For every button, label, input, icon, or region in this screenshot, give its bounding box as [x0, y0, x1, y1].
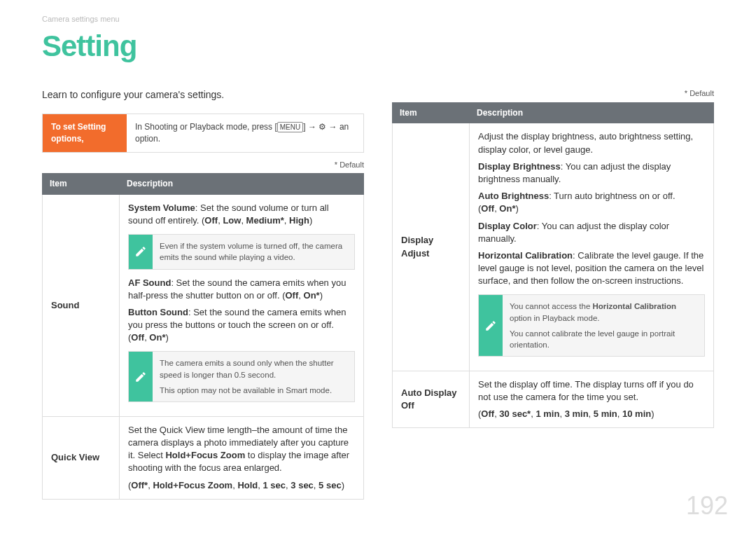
t: ) [320, 290, 323, 301]
t: ) [515, 203, 518, 214]
t: Off [481, 408, 494, 419]
desc-display-adjust: Adjust the display brightness, auto brig… [470, 123, 714, 371]
th-desc: Description [120, 174, 364, 195]
table-row: Quick View Set the Quick View time lengt… [43, 416, 364, 499]
t: ) [309, 215, 312, 226]
note-text: Even if the system volume is turned off,… [153, 235, 354, 268]
t: , [589, 408, 594, 419]
t: The camera emits a sound only when the s… [160, 357, 347, 380]
t: option in Playback mode. [510, 314, 600, 322]
pen-icon [129, 352, 153, 401]
t: , [258, 480, 262, 490]
t: ) [165, 332, 168, 343]
t: On* [149, 332, 165, 343]
gear-icon: ⚙ [318, 121, 326, 133]
t: Adjust the display brightness, auto brig… [478, 130, 705, 156]
t: ) [651, 408, 654, 419]
desc-sound: System Volume: Set the sound volume or t… [120, 194, 364, 416]
pen-icon [129, 235, 153, 268]
t: On* [499, 203, 515, 214]
default-note-right: * Default [392, 88, 714, 99]
menu-button-icon: MENU [277, 122, 303, 132]
desc-auto-display-off: Set the display off time. The display tu… [470, 371, 714, 428]
t: , [559, 408, 564, 419]
t: Horizontal Calibration [478, 250, 573, 261]
t: Set the display off time. The display tu… [478, 378, 705, 404]
t: Off [204, 215, 218, 226]
t: High [289, 215, 309, 226]
t: 3 sec [290, 480, 314, 490]
page-title: Setting [42, 26, 714, 67]
t: Auto Brightness [478, 191, 549, 201]
t: Off* [131, 480, 148, 490]
pen-icon [479, 295, 503, 355]
t: 1 sec [263, 480, 286, 490]
left-column: Learn to configure your camera's setting… [42, 88, 364, 500]
page-number: 192 [686, 488, 728, 523]
t: This option may not be available in Smar… [160, 385, 347, 396]
t: ) [342, 480, 344, 490]
instruction-label: To set Setting options, [43, 114, 127, 152]
right-column: * Default Item Description Display Adjus… [392, 88, 714, 500]
th-desc: Description [470, 102, 714, 123]
th-item: Item [393, 102, 470, 123]
item-auto-display-off: Auto Display Off [393, 371, 470, 428]
t: Hold+Focus Zoom [153, 480, 232, 490]
t: Off [131, 332, 144, 343]
t: System Volume [128, 202, 195, 213]
t: : Turn auto brightness on or off. [549, 191, 675, 201]
settings-table-left: Item Description Sound System Volume: Se… [42, 173, 364, 500]
t: Even if the system volume is turned off,… [160, 240, 347, 263]
note-box: You cannot access the Horizontal Calibra… [478, 294, 705, 356]
settings-table-right: Item Description Display Adjust Adjust t… [392, 102, 714, 429]
instruction-text: In Shooting or Playback mode, press [MEN… [127, 114, 363, 152]
t: Hold+Focus Zoom [165, 450, 245, 460]
item-quickview: Quick View [43, 416, 120, 499]
breadcrumb: Camera settings menu [42, 14, 714, 25]
note-box: Even if the system volume is turned off,… [128, 234, 355, 269]
note-text: The camera emits a sound only when the s… [153, 352, 354, 401]
t: 3 min [565, 408, 589, 419]
t: 1 min [536, 408, 559, 419]
t: 30 sec* [499, 408, 531, 419]
default-note-left: * Default [42, 160, 364, 170]
t: Medium* [246, 215, 284, 226]
t: , [241, 215, 246, 226]
t: You cannot calibrate the level gauge in … [510, 328, 697, 350]
table-row: Auto Display Off Set the display off tim… [393, 371, 714, 428]
t: , [314, 480, 318, 490]
table-row: Display Adjust Adjust the display bright… [393, 123, 714, 371]
t: Low [223, 215, 241, 226]
t: Display Brightness [478, 161, 561, 172]
t: You cannot access the [510, 302, 593, 310]
t: Display Color [478, 221, 537, 231]
t: 5 min [594, 408, 617, 419]
note-box: The camera emits a sound only when the s… [128, 351, 355, 401]
t: , [617, 408, 622, 419]
instr-prefix: In Shooting or Playback mode, press [ [135, 122, 277, 132]
t: Off [286, 290, 299, 301]
instr-mid: ] → [303, 122, 318, 132]
desc-quickview: Set the Quick View time length–the amoun… [120, 416, 364, 499]
t: 5 sec [318, 480, 342, 490]
t: On* [304, 290, 320, 301]
t: 10 min [622, 408, 651, 419]
item-display-adjust: Display Adjust [393, 123, 470, 371]
instruction-box: To set Setting options, In Shooting or P… [42, 114, 364, 153]
item-sound: Sound [43, 194, 120, 416]
t: , [298, 290, 303, 301]
th-item: Item [43, 174, 120, 195]
intro-text: Learn to configure your camera's setting… [42, 88, 364, 102]
t: Off [481, 203, 494, 214]
t: Horizontal Calibration [593, 302, 676, 310]
t: Button Sound [128, 307, 188, 317]
note-text: You cannot access the Horizontal Calibra… [503, 295, 704, 355]
t: AF Sound [128, 277, 171, 288]
t: , [284, 215, 289, 226]
t: Hold [237, 480, 258, 490]
table-row: Sound System Volume: Set the sound volum… [43, 194, 364, 416]
